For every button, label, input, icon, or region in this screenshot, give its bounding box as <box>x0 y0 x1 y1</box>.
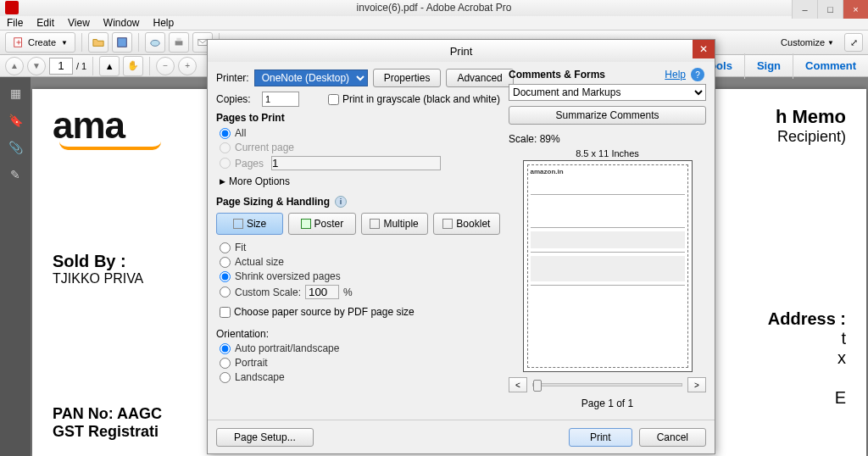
menubar: File Edit View Window Help <box>0 16 868 31</box>
preview-next-button[interactable]: > <box>687 377 706 392</box>
comments-select[interactable]: Document and Markups <box>509 84 706 101</box>
portrait-radio[interactable] <box>220 358 231 369</box>
size-tab[interactable]: Size <box>216 213 283 235</box>
triangle-icon: ▶ <box>220 177 225 186</box>
create-button[interactable]: Create ▼ <box>5 32 75 53</box>
summarize-button[interactable]: Summarize Comments <box>509 106 706 125</box>
menu-edit[interactable]: Edit <box>30 17 61 29</box>
address-label: Address : <box>768 309 846 329</box>
custom-radio[interactable] <box>220 286 231 298</box>
paper-source-label: Choose paper source by PDF page size <box>234 306 415 318</box>
copies-input[interactable] <box>262 92 299 107</box>
recipient-label: Recipient) <box>776 128 846 146</box>
shrink-label: Shrink oversized pages <box>235 270 341 282</box>
actual-label: Actual size <box>235 256 284 268</box>
customize-button[interactable]: Customize ▼ <box>781 37 834 47</box>
auto-radio[interactable] <box>220 343 231 354</box>
titlebar: invoice(6).pdf - Adobe Acrobat Pro – □ × <box>0 0 868 16</box>
side-panel: ▦ 🔖 📎 ✎ <box>0 77 31 456</box>
all-label: All <box>235 127 246 139</box>
handling-title: Page Sizing & Handling <box>216 196 330 208</box>
current-radio <box>220 142 231 153</box>
pages-to-print-title: Pages to Print <box>216 112 500 124</box>
preview-page-label: Page 1 of 1 <box>509 398 706 409</box>
slider-thumb[interactable] <box>533 380 542 392</box>
printer-label: Printer: <box>216 72 249 84</box>
help-link[interactable]: Help <box>665 69 686 81</box>
printer-select[interactable]: OneNote (Desktop) <box>254 70 368 86</box>
booklet-icon <box>442 219 453 229</box>
help-icon[interactable]: ? <box>691 68 704 81</box>
preview-slider[interactable] <box>532 383 682 386</box>
custom-label: Custom Scale: <box>235 286 301 298</box>
pages-input <box>271 156 441 170</box>
fit-label: Fit <box>235 242 246 253</box>
page-total: / 1 <box>76 61 86 71</box>
custom-scale-input[interactable] <box>305 285 339 299</box>
menu-help[interactable]: Help <box>147 17 181 29</box>
folder-icon <box>92 36 104 48</box>
copies-label: Copies: <box>216 93 257 105</box>
poster-icon <box>301 219 311 229</box>
print-confirm-button[interactable]: Print <box>569 428 632 447</box>
hand-tool[interactable]: ✋ <box>123 56 143 76</box>
minimize-button[interactable]: – <box>792 0 817 19</box>
multiple-tab[interactable]: Multiple <box>361 213 428 235</box>
bookmark-icon[interactable]: 🔖 <box>8 113 23 128</box>
dialog-titlebar: Print ✕ <box>208 40 715 62</box>
zoom-in-button[interactable]: + <box>178 57 197 75</box>
svg-point-2 <box>151 41 160 47</box>
menu-view[interactable]: View <box>61 17 97 29</box>
pointer-tool[interactable]: ▲ <box>99 56 120 76</box>
sign-tab[interactable]: Sign <box>744 53 793 79</box>
expand-button[interactable]: ⤢ <box>844 33 863 52</box>
landscape-radio[interactable] <box>220 372 231 383</box>
close-button[interactable]: × <box>843 0 868 19</box>
pages-radio <box>220 158 231 169</box>
grayscale-checkbox[interactable] <box>328 94 339 105</box>
actual-radio[interactable] <box>220 257 231 268</box>
cloud-icon <box>149 36 161 48</box>
cloud-button[interactable] <box>145 32 165 53</box>
printer-icon <box>173 36 185 48</box>
print-button[interactable] <box>169 32 189 53</box>
more-options-toggle[interactable]: ▶More Options <box>220 175 500 187</box>
thumbnails-icon[interactable]: ▦ <box>8 86 23 101</box>
create-label: Create <box>28 37 56 47</box>
svg-rect-4 <box>176 38 181 42</box>
zoom-out-button[interactable]: − <box>156 57 175 75</box>
dialog-close-button[interactable]: ✕ <box>693 40 715 58</box>
multiple-icon <box>370 219 380 229</box>
svg-rect-1 <box>118 38 127 47</box>
menu-window[interactable]: Window <box>97 17 147 29</box>
create-icon <box>13 36 25 48</box>
dropdown-icon: ▼ <box>827 39 834 47</box>
shrink-radio[interactable] <box>220 271 231 282</box>
page-setup-button[interactable]: Page Setup... <box>216 428 314 447</box>
portrait-label: Portrait <box>235 357 268 369</box>
signature-icon[interactable]: ✎ <box>8 167 23 182</box>
menu-file[interactable]: File <box>0 17 30 29</box>
dropdown-icon: ▼ <box>61 39 68 47</box>
page-down-button[interactable]: ▼ <box>27 57 46 75</box>
cancel-button[interactable]: Cancel <box>639 428 706 447</box>
booklet-tab[interactable]: Booklet <box>433 213 500 235</box>
advanced-button[interactable]: Advanced <box>446 69 513 87</box>
comment-tab[interactable]: Comment <box>793 53 868 79</box>
preview-prev-button[interactable]: < <box>509 377 527 392</box>
maximize-button[interactable]: □ <box>817 0 843 19</box>
all-radio[interactable] <box>220 128 231 139</box>
properties-button[interactable]: Properties <box>373 69 442 87</box>
svg-rect-3 <box>175 41 183 45</box>
poster-tab[interactable]: Poster <box>288 213 355 235</box>
paper-source-checkbox[interactable] <box>220 307 231 318</box>
fit-radio[interactable] <box>220 242 231 253</box>
page-number-input[interactable] <box>49 58 73 75</box>
open-button[interactable] <box>88 32 108 53</box>
info-icon[interactable]: i <box>335 196 347 208</box>
save-button[interactable] <box>112 32 132 53</box>
attachment-icon[interactable]: 📎 <box>8 140 23 155</box>
page-up-button[interactable]: ▲ <box>5 57 24 75</box>
app-icon <box>5 1 19 14</box>
grayscale-label: Print in grayscale (black and white) <box>342 93 500 105</box>
